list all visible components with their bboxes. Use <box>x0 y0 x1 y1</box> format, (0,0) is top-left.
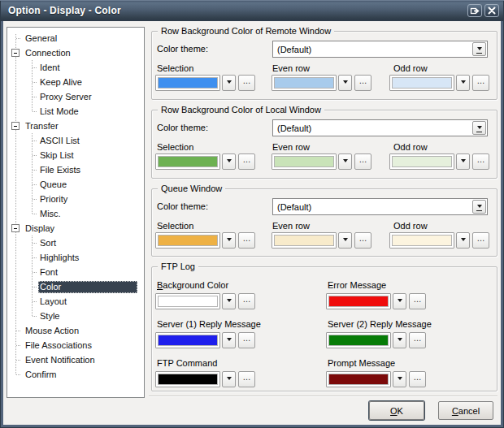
odd-row-color-field[interactable] <box>389 75 454 91</box>
tree-item-general[interactable]: General <box>7 31 144 45</box>
background-color-swatch <box>158 296 218 307</box>
selection-color-field[interactable] <box>155 232 220 249</box>
selection-more-button[interactable]: … <box>238 75 255 91</box>
selection-more-button[interactable]: … <box>238 232 255 249</box>
tree-item-proxy-server[interactable]: Proxy Server <box>7 89 144 104</box>
restore-button[interactable] <box>467 4 482 17</box>
even-row-dropdown-button[interactable] <box>338 153 352 170</box>
odd-row-color-field[interactable] <box>389 232 454 249</box>
selection-dropdown-button[interactable] <box>222 75 236 91</box>
even-row-color-picker: … <box>272 153 371 170</box>
tree-item-connection[interactable]: Connection <box>7 45 144 60</box>
even-row-color-field[interactable] <box>272 232 337 249</box>
even-row-color-field[interactable] <box>272 75 337 91</box>
prompt-message-color-picker: … <box>326 371 426 387</box>
combo-dropdown-button[interactable] <box>472 200 486 214</box>
selection-more-button[interactable]: … <box>238 153 255 170</box>
dropdown-underline-icon <box>476 132 482 132</box>
tree-item-layout[interactable]: Layout <box>7 294 144 309</box>
ftp-command-color-field[interactable] <box>155 371 220 387</box>
even-row-swatch <box>274 235 334 246</box>
server-1-reply-message-more-button[interactable]: … <box>238 332 255 348</box>
selection-dropdown-button[interactable] <box>222 153 236 170</box>
tree-item-file-associations[interactable]: File Associations <box>7 338 144 352</box>
server-1-reply-message-color-field[interactable] <box>155 332 220 348</box>
dropdown-arrow-icon <box>398 338 402 344</box>
background-color-dropdown-button[interactable] <box>222 293 236 309</box>
tree-item-confirm[interactable]: Confirm <box>7 367 144 382</box>
prompt-message-more-button[interactable]: … <box>409 371 426 387</box>
selection-color-field[interactable] <box>155 75 220 91</box>
cancel-button-label: Cancel <box>452 406 480 416</box>
prompt-message-color-field[interactable] <box>326 371 391 387</box>
even-row-more-button[interactable]: … <box>354 153 371 170</box>
ftp-command-dropdown-button[interactable] <box>222 371 236 387</box>
server-1-reply-message-dropdown-button[interactable] <box>222 332 236 348</box>
close-button[interactable] <box>484 4 499 17</box>
group-title: Row Background Color of Local Window <box>158 104 324 115</box>
color-theme-combo[interactable]: (Default) <box>272 198 488 215</box>
even-row-color-picker: … <box>272 232 371 249</box>
tree-item-misc[interactable]: Misc. <box>7 206 144 221</box>
prompt-message-dropdown-button[interactable] <box>393 371 406 387</box>
tree-item-list-mode[interactable]: List Mode <box>7 104 144 119</box>
tree-item-queue[interactable]: Queue <box>7 177 144 192</box>
tree-item-font[interactable]: Font <box>7 265 144 279</box>
even-row-more-button[interactable]: … <box>354 75 371 91</box>
combo-dropdown-button[interactable] <box>472 121 486 135</box>
odd-row-more-button[interactable]: … <box>472 232 489 249</box>
background-color-more-button[interactable]: … <box>238 293 255 309</box>
server-2-reply-message-dropdown-button[interactable] <box>393 332 406 348</box>
tree-item-label: Priority <box>38 193 137 205</box>
even-row-dropdown-button[interactable] <box>338 232 352 249</box>
tree-item-style[interactable]: Style <box>7 309 144 323</box>
tree-item-priority[interactable]: Priority <box>7 192 144 206</box>
collapse-icon[interactable] <box>11 49 20 57</box>
odd-row-dropdown-button[interactable] <box>456 232 470 249</box>
tree-item-mouse-action[interactable]: Mouse Action <box>7 323 144 338</box>
odd-row-dropdown-button[interactable] <box>456 75 470 91</box>
odd-row-more-button[interactable]: … <box>472 153 489 170</box>
server-2-reply-message-more-button[interactable]: … <box>409 332 426 348</box>
error-message-dropdown-button[interactable] <box>393 293 406 309</box>
tree-item-highlights[interactable]: Highlights <box>7 250 144 265</box>
collapse-icon[interactable] <box>11 224 20 232</box>
error-message-more-button[interactable]: … <box>409 293 426 309</box>
odd-row-dropdown-button[interactable] <box>456 153 470 170</box>
color-theme-combo[interactable]: (Default) <box>272 119 488 136</box>
selection-color-field[interactable] <box>155 153 220 170</box>
odd-row-more-button[interactable]: … <box>472 75 489 91</box>
odd-row-color-field[interactable] <box>389 153 454 170</box>
collapse-icon[interactable] <box>11 122 20 130</box>
titlebar[interactable]: Option - Display - Color <box>0 0 504 21</box>
tree-item-ident[interactable]: Ident <box>7 60 144 75</box>
color-theme-combo[interactable]: (Default) <box>272 41 488 58</box>
tree-item-event-notification[interactable]: Event Notification <box>7 352 144 367</box>
even-row-label: Even row <box>272 221 310 231</box>
tree-item-label: Font <box>38 266 137 279</box>
ftp-command-more-button[interactable]: … <box>238 371 255 387</box>
even-row-dropdown-button[interactable] <box>338 75 352 91</box>
background-color-color-field[interactable] <box>155 293 220 309</box>
tree-item-keep-alive[interactable]: Keep Alive <box>7 75 144 89</box>
tree-item-ascii-list[interactable]: ASCII List <box>7 133 144 148</box>
selection-color-picker: … <box>155 153 255 170</box>
tree-item-skip-list[interactable]: Skip List <box>7 148 144 162</box>
server-2-reply-message-color-field[interactable] <box>326 332 391 348</box>
tree-item-sort[interactable]: Sort <box>7 236 144 250</box>
combo-dropdown-button[interactable] <box>472 42 486 56</box>
even-row-more-button[interactable]: … <box>354 232 371 249</box>
ok-button[interactable]: OK <box>369 401 424 420</box>
tree-item-display[interactable]: Display <box>7 221 144 236</box>
tree-item-color[interactable]: Color <box>7 279 144 294</box>
cancel-button[interactable]: Cancel <box>438 401 493 420</box>
tree-item-file-exists[interactable]: File Exists <box>7 162 144 177</box>
error-message-swatch <box>328 296 389 307</box>
even-row-color-field[interactable] <box>272 153 337 170</box>
tree-item-label: Layout <box>38 296 137 308</box>
tree-item-transfer[interactable]: Transfer <box>7 119 144 133</box>
error-message-color-field[interactable] <box>326 293 391 309</box>
ok-button-label: OK <box>390 406 403 416</box>
ellipsis-icon: … <box>359 79 367 84</box>
selection-dropdown-button[interactable] <box>222 232 236 249</box>
